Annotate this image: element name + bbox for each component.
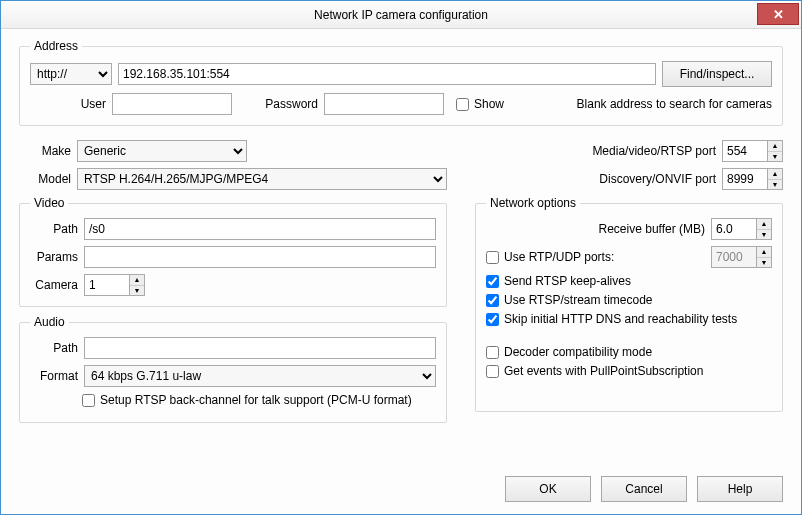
- video-path-input[interactable]: [84, 218, 436, 240]
- user-input[interactable]: [112, 93, 232, 115]
- chevron-down-icon[interactable]: ▼: [757, 230, 771, 240]
- timecode-label: Use RTSP/stream timecode: [504, 293, 653, 307]
- make-label: Make: [19, 144, 71, 158]
- audio-path-input[interactable]: [84, 337, 436, 359]
- keepalive-label: Send RTSP keep-alives: [504, 274, 631, 288]
- camera-label: Camera: [30, 278, 78, 292]
- rtp-udp-checkbox[interactable]: [486, 251, 499, 264]
- dialog-window: Network IP camera configuration ✕ Addres…: [0, 0, 802, 515]
- rtsp-port-spinner[interactable]: ▲▼: [722, 140, 783, 162]
- pullpoint-label: Get events with PullPointSubscription: [504, 364, 703, 378]
- model-select[interactable]: RTSP H.264/H.265/MJPG/MPEG4: [77, 168, 447, 190]
- address-legend: Address: [30, 39, 82, 53]
- camera-spinner[interactable]: ▲▼: [84, 274, 145, 296]
- onvif-port-input[interactable]: [722, 168, 768, 190]
- rtp-udp-port-spinner: ▲▼: [711, 246, 772, 268]
- protocol-select[interactable]: http://: [30, 63, 112, 85]
- onvif-port-label: Discovery/ONVIF port: [599, 172, 716, 186]
- dialog-footer: OK Cancel Help: [1, 468, 801, 514]
- pullpoint-checkbox[interactable]: [486, 365, 499, 378]
- rtp-udp-label: Use RTP/UDP ports:: [504, 250, 614, 264]
- password-input[interactable]: [324, 93, 444, 115]
- address-hint: Blank address to search for cameras: [577, 97, 772, 111]
- chevron-down-icon[interactable]: ▼: [130, 286, 144, 296]
- network-options-group: Network options Receive buffer (MB) ▲▼ U…: [475, 196, 783, 412]
- audio-format-select[interactable]: 64 kbps G.711 u-law: [84, 365, 436, 387]
- audio-legend: Audio: [30, 315, 69, 329]
- ok-button[interactable]: OK: [505, 476, 591, 502]
- chevron-down-icon[interactable]: ▼: [768, 152, 782, 162]
- chevron-up-icon[interactable]: ▲: [768, 141, 782, 152]
- find-inspect-button[interactable]: Find/inspect...: [662, 61, 772, 87]
- backchannel-checkbox[interactable]: [82, 394, 95, 407]
- buffer-label: Receive buffer (MB): [599, 222, 705, 236]
- video-legend: Video: [30, 196, 68, 210]
- camera-input[interactable]: [84, 274, 130, 296]
- video-path-label: Path: [30, 222, 78, 236]
- user-label: User: [30, 97, 106, 111]
- close-icon: ✕: [773, 7, 784, 22]
- show-password-label: Show: [474, 97, 504, 111]
- decoder-compat-checkbox[interactable]: [486, 346, 499, 359]
- address-group: Address http:// Find/inspect... User Pas…: [19, 39, 783, 126]
- video-params-input[interactable]: [84, 246, 436, 268]
- chevron-up-icon[interactable]: ▲: [768, 169, 782, 180]
- chevron-up-icon[interactable]: ▲: [130, 275, 144, 286]
- window-title: Network IP camera configuration: [1, 8, 801, 22]
- backchannel-label: Setup RTSP back-channel for talk support…: [100, 393, 412, 407]
- chevron-down-icon[interactable]: ▼: [768, 180, 782, 190]
- chevron-down-icon: ▼: [757, 258, 771, 268]
- content-area: Address http:// Find/inspect... User Pas…: [1, 29, 801, 468]
- buffer-spinner[interactable]: ▲▼: [711, 218, 772, 240]
- timecode-checkbox[interactable]: [486, 294, 499, 307]
- close-button[interactable]: ✕: [757, 3, 799, 25]
- audio-format-label: Format: [30, 369, 78, 383]
- skipdns-label: Skip initial HTTP DNS and reachability t…: [504, 312, 737, 326]
- network-options-legend: Network options: [486, 196, 580, 210]
- show-password-checkbox[interactable]: [456, 98, 469, 111]
- titlebar: Network IP camera configuration ✕: [1, 1, 801, 29]
- address-input[interactable]: [118, 63, 656, 85]
- onvif-port-spinner[interactable]: ▲▼: [722, 168, 783, 190]
- cancel-button[interactable]: Cancel: [601, 476, 687, 502]
- skipdns-checkbox[interactable]: [486, 313, 499, 326]
- password-label: Password: [248, 97, 318, 111]
- rtp-udp-port-input: [711, 246, 757, 268]
- make-select[interactable]: Generic: [77, 140, 247, 162]
- model-label: Model: [19, 172, 71, 186]
- chevron-up-icon: ▲: [757, 247, 771, 258]
- help-button[interactable]: Help: [697, 476, 783, 502]
- rtsp-port-label: Media/video/RTSP port: [592, 144, 716, 158]
- chevron-up-icon[interactable]: ▲: [757, 219, 771, 230]
- decoder-compat-label: Decoder compatibility mode: [504, 345, 652, 359]
- audio-path-label: Path: [30, 341, 78, 355]
- keepalive-checkbox[interactable]: [486, 275, 499, 288]
- buffer-input[interactable]: [711, 218, 757, 240]
- video-params-label: Params: [30, 250, 78, 264]
- rtsp-port-input[interactable]: [722, 140, 768, 162]
- video-group: Video Path Params Camera ▲▼: [19, 196, 447, 307]
- audio-group: Audio Path Format 64 kbps G.711 u-law Se…: [19, 315, 447, 423]
